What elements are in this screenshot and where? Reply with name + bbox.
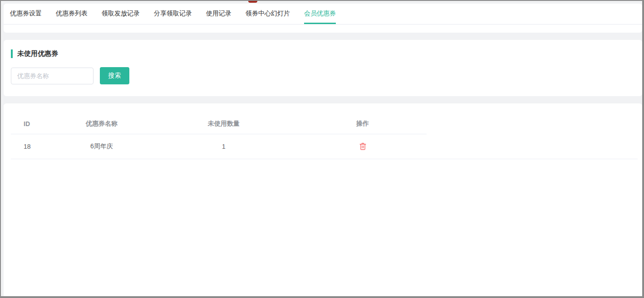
table-row: 18 6周年庆 1 [11, 134, 638, 159]
red-badge-sliver [248, 1, 257, 3]
tab-receive-issue-records[interactable]: 领取发放记录 [102, 4, 140, 24]
section-title: 未使用优惠券 [17, 49, 58, 58]
cell-id: 18 [11, 143, 54, 150]
coupon-name-input[interactable] [11, 68, 93, 84]
title-accent-bar [11, 49, 13, 58]
delete-button[interactable] [359, 142, 367, 151]
window-frame: 优惠券设置 优惠券列表 领取发放记录 分享领取记录 使用记录 领券中心幻灯片 会… [0, 0, 644, 298]
filter-controls: 搜索 [4, 58, 642, 84]
header-unused-count: 未使用数量 [149, 120, 299, 128]
tab-coupon-settings[interactable]: 优惠券设置 [10, 4, 42, 24]
tab-member-coupons[interactable]: 会员优惠券 [304, 4, 336, 24]
cell-action [299, 142, 427, 151]
tab-share-receive-records[interactable]: 分享领取记录 [154, 4, 192, 24]
header-coupon-name: 优惠券名称 [54, 120, 149, 128]
header-id: ID [11, 120, 54, 127]
trash-icon [359, 145, 366, 151]
search-button[interactable]: 搜索 [100, 67, 129, 84]
filter-card: 未使用优惠券 搜索 [4, 40, 642, 96]
tab-coupon-list[interactable]: 优惠券列表 [56, 4, 88, 24]
cell-coupon-name: 6周年庆 [54, 142, 149, 151]
coupon-admin-page: 优惠券设置 优惠券列表 领取发放记录 分享领取记录 使用记录 领券中心幻灯片 会… [1, 1, 642, 296]
coupon-table: ID 优惠券名称 未使用数量 操作 18 6周年庆 1 [4, 103, 642, 159]
table-header-row: ID 优惠券名称 未使用数量 操作 [11, 113, 427, 134]
tabs-card: 优惠券设置 优惠券列表 领取发放记录 分享领取记录 使用记录 领券中心幻灯片 会… [4, 4, 642, 33]
tab-coupon-center-slides[interactable]: 领券中心幻灯片 [246, 4, 290, 24]
section-title-row: 未使用优惠券 [4, 40, 642, 58]
cell-unused-count: 1 [149, 143, 299, 150]
tab-usage-records[interactable]: 使用记录 [206, 4, 231, 24]
table-card: ID 优惠券名称 未使用数量 操作 18 6周年庆 1 [4, 103, 642, 296]
tab-strip: 优惠券设置 优惠券列表 领取发放记录 分享领取记录 使用记录 领券中心幻灯片 会… [4, 4, 642, 24]
header-action: 操作 [299, 120, 427, 128]
